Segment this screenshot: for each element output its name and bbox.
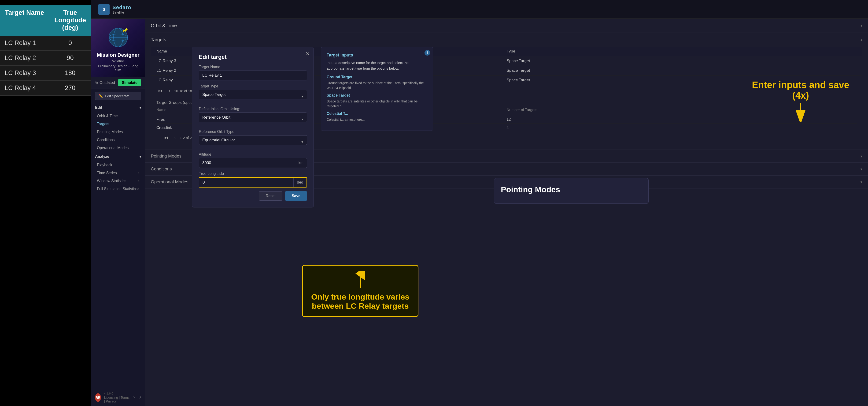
right-panel-title: Pointing Modes: [501, 185, 642, 194]
sidebar-item-label: Orbit & Time: [97, 114, 118, 118]
sidebar: Mission Designer Wildfire Preliminary De…: [91, 19, 145, 406]
modal-actions: Reset Save: [199, 191, 307, 201]
target-type-cell: Space Target: [507, 59, 857, 63]
sidebar-item-time-series[interactable]: Time Series ›: [91, 169, 145, 177]
sidebar-item-orbit-time[interactable]: Orbit & Time: [91, 112, 145, 120]
true-longitude-input[interactable]: [199, 178, 293, 187]
privacy-link[interactable]: Privacy: [106, 400, 117, 403]
sidebar-item-label: Window Statistics: [97, 179, 126, 183]
modal-reset-button[interactable]: Reset: [259, 191, 282, 201]
sidebar-analyze-section[interactable]: Analyze ▾: [91, 152, 145, 161]
first-page-button[interactable]: ⏮: [162, 134, 170, 141]
target-type-select-wrapper: Space Target Ground Target Celestial Tar…: [199, 90, 307, 103]
sidebar-item-operational-modes[interactable]: Operational Modes: [91, 144, 145, 152]
space-target-desc: Space targets are satellites or other ob…: [327, 99, 427, 109]
target-name-cell: LC Relay 3: [0, 66, 49, 80]
version-bar: RR v 1.6.0 Licensing | Terms | Privacy ⌂…: [91, 389, 145, 406]
type-header: Type: [507, 49, 857, 54]
terms-link[interactable]: Terms: [121, 396, 129, 400]
sidebar-item-conditions[interactable]: Conditions: [91, 136, 145, 144]
altitude-input[interactable]: [199, 158, 295, 168]
celestial-target-desc: Celestial t... atmosphere...: [327, 117, 427, 122]
refresh-icon: ↻: [95, 81, 98, 85]
group-count-cell: 4: [507, 126, 857, 130]
orbit-time-header[interactable]: Orbit & Time ▾: [145, 19, 868, 33]
space-target-link[interactable]: Space Target: [327, 93, 427, 97]
targets-label: Targets: [151, 37, 166, 42]
target-type-select[interactable]: Space Target Ground Target Celestial Tar…: [199, 90, 307, 99]
simulate-button[interactable]: Simulate: [118, 79, 141, 86]
project-subtitle: Preliminary Design - Long Sim: [96, 64, 140, 72]
main-app: S Sedaro Satellite: [91, 0, 868, 406]
svg-point-6: [123, 30, 124, 32]
prev-page-button[interactable]: ‹: [172, 134, 178, 141]
modal-close-button[interactable]: ✕: [306, 51, 310, 57]
true-longitude-label: True Longitude: [199, 172, 307, 176]
altitude-unit: km: [295, 158, 307, 167]
sidebar-item-full-sim-statistics[interactable]: Full Simulation Statistics ›: [91, 185, 145, 193]
longitude-cell: 270: [49, 81, 91, 95]
svg-text:S: S: [103, 7, 105, 11]
ground-target-link[interactable]: Ground Target: [327, 75, 427, 79]
target-name-label: Target Name: [199, 65, 307, 69]
sedaro-logo: S Sedaro Satellite: [98, 4, 131, 15]
define-orbit-label: Define Initial Orbit Using:: [199, 107, 307, 111]
table-row[interactable]: LC Relay 1 0: [0, 36, 91, 51]
version-text: v 1.6.0: [104, 392, 131, 395]
longitude-header: True Longitude (deg): [49, 5, 91, 36]
orbit-time-label: Orbit & Time: [151, 23, 177, 28]
licensing-link[interactable]: Licensing: [104, 396, 118, 400]
mission-designer-area: Mission Designer Wildfire Preliminary De…: [91, 19, 145, 77]
modal-save-button[interactable]: Save: [285, 191, 307, 201]
sidebar-item-playback[interactable]: Playback: [91, 161, 145, 169]
footer-links: Licensing | Terms | Privacy: [104, 396, 131, 403]
sidebar-item-targets[interactable]: Targets: [91, 120, 145, 128]
sidebar-item-label: Operational Modes: [97, 146, 129, 150]
table-header-row: Target Name True Longitude (deg): [0, 5, 91, 36]
conditions-label: Conditions: [151, 167, 172, 172]
table-row[interactable]: LC Relay 4 270: [0, 81, 91, 96]
sidebar-item-label: Targets: [97, 122, 109, 126]
chevron-up-icon: ▴: [861, 37, 862, 42]
target-name-cell: LC Relay 4: [0, 81, 49, 95]
chevron-down-icon: ▾: [139, 154, 141, 159]
help-icon[interactable]: ?: [138, 395, 141, 400]
outdated-bar: ↻ Outdated Simulate: [91, 77, 145, 89]
sidebar-edit-section[interactable]: Edit ▾: [91, 103, 145, 112]
spacecraft-icon: ✏️: [99, 94, 103, 98]
chevron-down-icon: ▾: [861, 24, 862, 28]
true-longitude-unit: deg: [293, 178, 307, 187]
chevron-down-icon: ▾: [861, 180, 862, 184]
table-row[interactable]: LC Relay 3 180: [0, 66, 91, 81]
sedaro-logo-icon: S: [98, 4, 110, 15]
first-page-button[interactable]: ⏮: [156, 87, 164, 94]
outdated-badge: ↻ Outdated: [95, 81, 115, 85]
celestial-target-link[interactable]: Celestial T...: [327, 112, 427, 116]
targets-header[interactable]: Targets ▴: [145, 33, 868, 47]
home-icon[interactable]: ⌂: [132, 395, 135, 400]
sidebar-item-label: Time Series: [97, 171, 117, 175]
define-orbit-select[interactable]: Reference Orbit Keplerian Elements: [199, 113, 307, 122]
longitude-cell: 180: [49, 66, 91, 80]
edit-section-label: Edit: [95, 106, 102, 110]
app-header: S Sedaro Satellite: [91, 0, 868, 19]
target-name-cell: LC Relay 2: [0, 51, 49, 65]
pointing-modes-label: Pointing Modes: [151, 153, 182, 159]
target-name-cell: LC Relay 1: [0, 36, 49, 50]
longitude-cell: 0: [49, 36, 91, 50]
sidebar-item-pointing-modes[interactable]: Pointing Modes: [91, 128, 145, 136]
user-avatar[interactable]: RR: [95, 393, 101, 402]
target-name-input[interactable]: [199, 70, 307, 80]
ground-target-desc: Ground targets are fixed to the surface …: [327, 81, 427, 90]
table-row[interactable]: LC Relay 2 90: [0, 51, 91, 66]
analyze-section-label: Analyze: [95, 154, 109, 159]
prev-page-button[interactable]: ‹: [167, 87, 172, 94]
groups-pagination-text: 1-2 of 2: [180, 136, 192, 140]
sidebar-item-label: Conditions: [97, 138, 115, 142]
sidebar-item-window-statistics[interactable]: Window Statistics ›: [91, 177, 145, 185]
info-panel-description: Input a descriptive name for the target …: [327, 60, 427, 71]
chevron-down-icon: ▾: [861, 154, 862, 158]
edit-spacecraft-button[interactable]: ✏️ Edit Spacecraft: [95, 92, 141, 100]
reference-orbit-type-select[interactable]: Equatorial Circular Sun Synchronous: [199, 135, 307, 145]
enter-inputs-text: Enter inputs and save(4x): [752, 80, 849, 101]
